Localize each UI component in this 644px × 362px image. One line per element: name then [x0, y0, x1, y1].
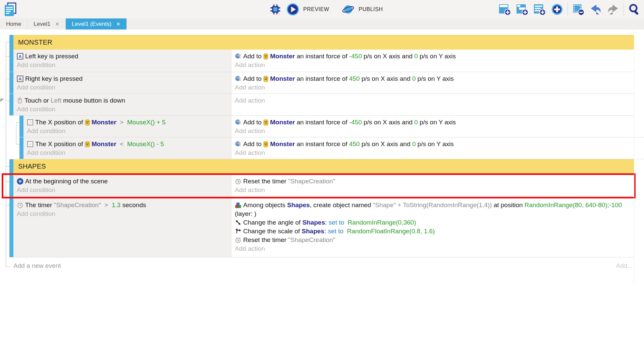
conditions-cell[interactable]: ARight key is pressedAdd condition — [13, 72, 231, 94]
close-icon[interactable]: ✕ — [116, 21, 120, 27]
event-bar[interactable] — [19, 116, 23, 137]
position-icon — [27, 141, 34, 147]
actions-cell[interactable]: Add to Monster an instant force of 450 p… — [231, 137, 644, 159]
text-segment: Change the angle of — [243, 219, 302, 226]
condition-line[interactable]: ARight key is pressed — [17, 74, 228, 83]
add-event-dialog-icon[interactable] — [550, 2, 564, 16]
action-line[interactable]: Among objects Shapes, create object name… — [235, 201, 631, 218]
event-row[interactable]: ALeft key is pressedAdd conditionAdd to … — [9, 50, 634, 72]
action-line[interactable]: Add action — [235, 96, 631, 105]
action-line[interactable]: Add action — [235, 244, 631, 253]
condition-line[interactable]: Touch or Left mouse button is down — [17, 96, 228, 105]
event-row[interactable]: The X position of Monster > MouseX() + 5… — [19, 116, 644, 137]
condition-line[interactable]: Add condition — [17, 83, 228, 92]
event-row[interactable]: The timer "ShapeCreation" > 1.3 secondsA… — [9, 198, 634, 257]
text-segment: Reset the timer — [243, 236, 288, 243]
action-line[interactable]: Reset the timer "ShapeCreation" — [235, 177, 631, 186]
debugger-icon[interactable] — [268, 2, 282, 16]
action-line[interactable]: Add action — [235, 127, 641, 135]
condition-line[interactable]: The X position of Monster > MouseX() + 5 — [27, 118, 228, 127]
action-line[interactable]: Add action — [235, 83, 631, 92]
actions-cell[interactable]: Among objects Shapes, create object name… — [231, 198, 634, 257]
delete-event-icon[interactable] — [571, 2, 585, 16]
preview-label[interactable]: PREVIEW — [303, 6, 329, 12]
action-line[interactable]: Change the scale of Shapes: set to Rando… — [235, 227, 631, 236]
add-new-event-button[interactable]: Add a new event — [13, 262, 61, 269]
event-bar[interactable] — [9, 173, 13, 198]
event-bar[interactable] — [9, 35, 13, 50]
text-segment: RandomInRange(80, 640-80);-100 — [525, 201, 622, 208]
actions-cell[interactable]: Add action — [231, 94, 634, 115]
text-segment: Add action — [235, 97, 265, 104]
tab-home[interactable]: Home — [0, 18, 28, 29]
text-segment: Add to — [243, 119, 263, 126]
text-segment: 450 — [349, 75, 360, 82]
text-segment: Right key is pressed — [25, 75, 83, 82]
event-bar[interactable] — [9, 198, 13, 257]
undo-icon[interactable] — [589, 2, 603, 16]
conditions-cell[interactable]: The timer "ShapeCreation" > 1.3 secondsA… — [13, 198, 231, 257]
action-line[interactable]: Add action — [235, 148, 641, 157]
condition-line[interactable]: Add condition — [27, 127, 228, 135]
actions-cell[interactable]: Add to Monster an instant force of -450 … — [231, 116, 644, 137]
event-row[interactable]: The X position of Monster < MouseX() - 5… — [19, 137, 644, 159]
conditions-cell[interactable]: At the beginning of the sceneAdd conditi… — [13, 173, 231, 198]
condition-line[interactable]: The timer "ShapeCreation" > 1.3 seconds — [17, 201, 228, 209]
conditions-cell[interactable]: The X position of Monster < MouseX() - 5… — [23, 137, 231, 159]
condition-line[interactable]: Add condition — [17, 209, 228, 218]
add-event-icon[interactable] — [498, 2, 512, 16]
publish-icon[interactable] — [341, 2, 355, 16]
conditions-cell[interactable]: Touch or Left mouse button is downAdd co… — [13, 94, 231, 115]
event-row[interactable]: Touch or Left mouse button is downAdd co… — [9, 94, 634, 116]
add-sub-event-icon[interactable] — [515, 2, 529, 16]
actions-cell[interactable]: Add to Monster an instant force of -450 … — [231, 50, 634, 72]
condition-line[interactable]: Add condition — [17, 105, 228, 114]
event-bar[interactable] — [19, 137, 23, 159]
condition-line[interactable]: ALeft key is pressed — [17, 52, 228, 61]
fold-arrow-icon[interactable] — [0, 99, 4, 102]
actions-cell[interactable]: Add to Monster an instant force of 450 p… — [231, 72, 634, 94]
event-row[interactable]: At the beginning of the sceneAdd conditi… — [9, 173, 634, 198]
add-more-button[interactable]: Add... — [616, 262, 633, 269]
tree-line — [6, 181, 9, 182]
event-bar[interactable] — [9, 72, 13, 94]
condition-line[interactable]: The X position of Monster < MouseX() - 5 — [27, 140, 228, 148]
action-line[interactable]: Add action — [235, 186, 631, 194]
event-bar[interactable] — [9, 50, 13, 72]
conditions-cell[interactable]: ALeft key is pressedAdd condition — [13, 50, 231, 72]
close-icon[interactable]: ✕ — [55, 21, 59, 27]
text-segment: Left key is pressed — [25, 53, 78, 60]
action-line[interactable]: Add to Monster an instant force of -450 … — [235, 52, 631, 61]
text-segment: p/s on Y axis — [416, 140, 453, 147]
event-bar[interactable] — [9, 159, 13, 173]
action-line[interactable]: Reset the timer "ShapeCreation" — [235, 236, 631, 244]
publish-label[interactable]: PUBLISH — [359, 6, 383, 12]
action-line[interactable]: Change the angle of Shapes: set to Rando… — [235, 218, 631, 227]
redo-icon[interactable] — [606, 2, 620, 16]
group-header-row[interactable]: SHAPES — [9, 159, 634, 173]
action-line[interactable]: Add to Monster an instant force of 450 p… — [235, 140, 641, 148]
condition-line[interactable]: At the beginning of the scene — [17, 177, 228, 186]
scale-icon — [235, 228, 241, 235]
tab-level1[interactable]: Level1 ✕ — [28, 18, 66, 29]
action-line[interactable]: Add to Monster an instant force of 450 p… — [235, 74, 631, 83]
action-line[interactable]: Add to Monster an instant force of -450 … — [235, 118, 641, 127]
add-comment-icon[interactable] — [533, 2, 547, 16]
text-segment: Add to — [243, 140, 263, 147]
condition-line[interactable]: Add condition — [27, 148, 228, 157]
condition-line[interactable]: Add condition — [17, 61, 228, 69]
preview-icon[interactable] — [286, 2, 300, 16]
event-bar[interactable] — [9, 94, 13, 115]
event-row[interactable]: ARight key is pressedAdd conditionAdd to… — [9, 72, 634, 94]
search-icon[interactable] — [627, 2, 641, 16]
conditions-cell[interactable]: The X position of Monster > MouseX() + 5… — [23, 116, 231, 137]
app-menu-icon[interactable] — [3, 2, 17, 17]
action-line[interactable]: Add action — [235, 61, 631, 69]
text-segment: an instant force of — [295, 119, 349, 126]
group-header-row[interactable]: MONSTER — [9, 35, 634, 50]
condition-line[interactable]: Add condition — [17, 186, 228, 194]
actions-cell[interactable]: Reset the timer "ShapeCreation"Add actio… — [231, 173, 634, 198]
tab-level1-events[interactable]: Level1 (Events) ✕ — [66, 18, 127, 29]
force-icon — [235, 75, 241, 82]
events-sheet: MONSTERALeft key is pressedAdd condition… — [0, 29, 644, 362]
